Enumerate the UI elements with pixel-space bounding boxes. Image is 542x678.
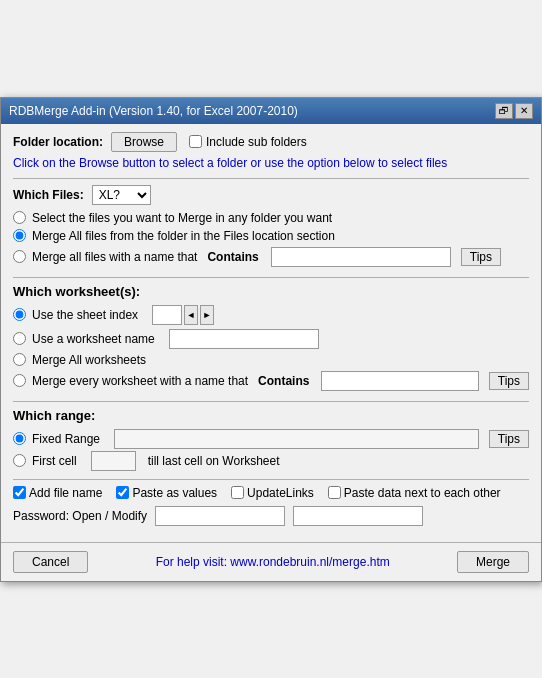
- bottom-checkboxes: Add file name Paste as values UpdateLink…: [13, 486, 529, 500]
- footer: Cancel For help visit: www.rondebruin.nl…: [1, 542, 541, 581]
- files-radio-label-2: Merge All files from the folder in the F…: [32, 229, 335, 243]
- divider-3: [13, 401, 529, 402]
- ws-radio-row-4: Merge every worksheet with a name that C…: [13, 371, 529, 391]
- files-radio-3[interactable]: [13, 250, 26, 263]
- which-worksheets-header: Which worksheet(s):: [13, 284, 529, 299]
- which-files-section: Which Files: XL? XLS XLSX XLSM CSV Selec…: [13, 185, 529, 269]
- ws-radio-2[interactable]: [13, 332, 26, 345]
- update-links-label: UpdateLinks: [247, 486, 314, 500]
- files-contains-label: Contains: [207, 250, 258, 264]
- password-modify-input[interactable]: [293, 506, 423, 526]
- add-file-name-item[interactable]: Add file name: [13, 486, 102, 500]
- ws-radio-row-1: Use the sheet index 1 ◄ ►: [13, 305, 529, 325]
- include-sub-folders-checkbox[interactable]: [189, 135, 202, 148]
- paste-next-label: Paste data next to each other: [344, 486, 501, 500]
- paste-next-item[interactable]: Paste data next to each other: [328, 486, 501, 500]
- range-radio-row-1: Fixed Range A1:C3 Tips: [13, 429, 529, 449]
- window-title: RDBMerge Add-in (Version 1.40, for Excel…: [9, 104, 298, 118]
- range-radio-label-1: Fixed Range: [32, 432, 100, 446]
- which-range-header: Which range:: [13, 408, 529, 423]
- ws-radio-label-2: Use a worksheet name: [32, 332, 155, 346]
- title-bar: RDBMerge Add-in (Version 1.40, for Excel…: [1, 98, 541, 124]
- ws-radio-3[interactable]: [13, 353, 26, 366]
- which-range-section: Which range: Fixed Range A1:C3 Tips Firs…: [13, 408, 529, 471]
- first-cell-input[interactable]: A1: [91, 451, 136, 471]
- folder-label: Folder location:: [13, 135, 103, 149]
- till-last-cell-label: till last cell on Worksheet: [148, 454, 280, 468]
- which-files-radio-group: Select the files you want to Merge in an…: [13, 211, 529, 269]
- title-bar-buttons: 🗗 ✕: [495, 103, 533, 119]
- close-button[interactable]: ✕: [515, 103, 533, 119]
- which-worksheets-section: Which worksheet(s): Use the sheet index …: [13, 284, 529, 393]
- ws-radio-label-3: Merge All worksheets: [32, 353, 146, 367]
- range-radio-row-2: First cell A1 till last cell on Workshee…: [13, 451, 529, 471]
- range-tips-button[interactable]: Tips: [489, 430, 529, 448]
- range-radio-label-2: First cell: [32, 454, 77, 468]
- worksheet-name-input[interactable]: [169, 329, 319, 349]
- paste-as-values-item[interactable]: Paste as values: [116, 486, 217, 500]
- divider-4: [13, 479, 529, 480]
- sheet-index-input[interactable]: 1: [152, 305, 182, 325]
- sheet-index-next-button[interactable]: ►: [200, 305, 214, 325]
- files-radio-row-2: Merge All files from the folder in the F…: [13, 229, 529, 243]
- password-label: Password: Open / Modify: [13, 509, 147, 523]
- range-radio-1[interactable]: [13, 432, 26, 445]
- files-radio-row-1: Select the files you want to Merge in an…: [13, 211, 529, 225]
- ws-radio-4[interactable]: [13, 374, 26, 387]
- fixed-range-input[interactable]: A1:C3: [114, 429, 479, 449]
- range-radio-2[interactable]: [13, 454, 26, 467]
- files-radio-row-3: Merge all files with a name that Contain…: [13, 247, 529, 267]
- password-row: Password: Open / Modify: [13, 506, 529, 526]
- ws-radio-label-1: Use the sheet index: [32, 308, 138, 322]
- files-radio-1[interactable]: [13, 211, 26, 224]
- paste-as-values-label: Paste as values: [132, 486, 217, 500]
- folder-row: Folder location: Browse Include sub fold…: [13, 132, 529, 152]
- bottom-options-section: Add file name Paste as values UpdateLink…: [13, 486, 529, 526]
- file-type-dropdown[interactable]: XL? XLS XLSX XLSM CSV: [92, 185, 151, 205]
- add-file-name-label: Add file name: [29, 486, 102, 500]
- main-window: RDBMerge Add-in (Version 1.40, for Excel…: [0, 97, 542, 582]
- files-tips-button[interactable]: Tips: [461, 248, 501, 266]
- divider-2: [13, 277, 529, 278]
- sheet-index-controls: 1 ◄ ►: [152, 305, 214, 325]
- ws-radio-label-4: Merge every worksheet with a name that: [32, 374, 248, 388]
- cancel-button[interactable]: Cancel: [13, 551, 88, 573]
- ws-radio-row-2: Use a worksheet name: [13, 329, 529, 349]
- ws-radio-1[interactable]: [13, 308, 26, 321]
- ws-tips-button[interactable]: Tips: [489, 372, 529, 390]
- folder-section: Folder location: Browse Include sub fold…: [13, 132, 529, 170]
- help-link[interactable]: For help visit: www.rondebruin.nl/merge.…: [156, 555, 390, 569]
- which-files-header-row: Which Files: XL? XLS XLSX XLSM CSV: [13, 185, 529, 205]
- divider-1: [13, 178, 529, 179]
- password-open-input[interactable]: [155, 506, 285, 526]
- ws-contains-input[interactable]: [321, 371, 478, 391]
- worksheets-radio-group: Use the sheet index 1 ◄ ► Use a workshee…: [13, 305, 529, 393]
- files-radio-label-1: Select the files you want to Merge in an…: [32, 211, 332, 225]
- files-contains-input[interactable]: [271, 247, 451, 267]
- restore-button[interactable]: 🗗: [495, 103, 513, 119]
- files-radio-2[interactable]: [13, 229, 26, 242]
- update-links-item[interactable]: UpdateLinks: [231, 486, 314, 500]
- folder-info-link[interactable]: Click on the Browse button to select a f…: [13, 156, 447, 170]
- ws-radio-row-3: Merge All worksheets: [13, 353, 529, 367]
- files-radio-label-3: Merge all files with a name that: [32, 250, 197, 264]
- ws-contains-label: Contains: [258, 374, 309, 388]
- add-file-name-checkbox[interactable]: [13, 486, 26, 499]
- which-files-label: Which Files:: [13, 188, 84, 202]
- sheet-index-prev-button[interactable]: ◄: [184, 305, 198, 325]
- include-sub-folders-label[interactable]: Include sub folders: [189, 135, 307, 149]
- update-links-checkbox[interactable]: [231, 486, 244, 499]
- main-content: Folder location: Browse Include sub fold…: [1, 124, 541, 542]
- browse-button[interactable]: Browse: [111, 132, 177, 152]
- paste-next-checkbox[interactable]: [328, 486, 341, 499]
- paste-as-values-checkbox[interactable]: [116, 486, 129, 499]
- folder-info-text: Click on the Browse button to select a f…: [13, 156, 529, 170]
- merge-button[interactable]: Merge: [457, 551, 529, 573]
